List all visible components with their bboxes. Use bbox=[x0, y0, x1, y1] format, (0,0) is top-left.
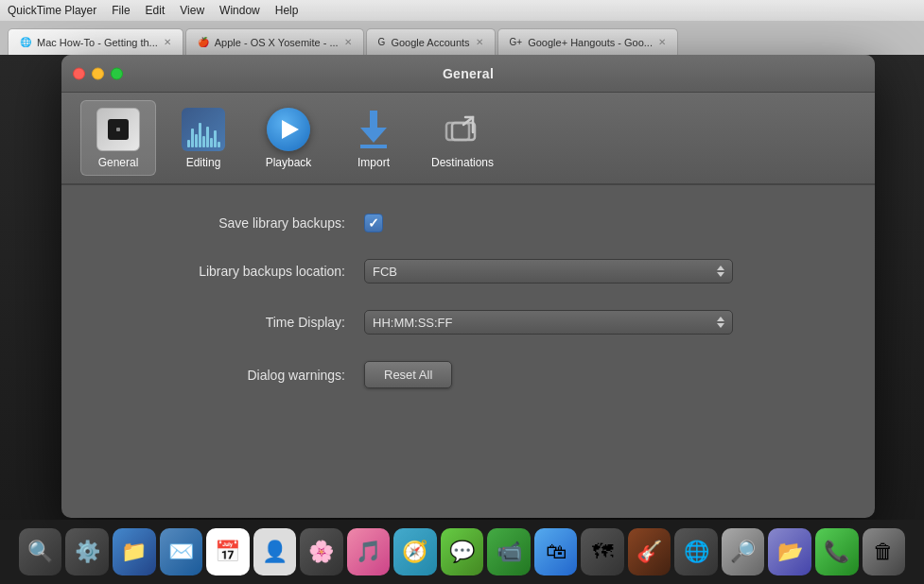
dock-icon-finder[interactable]: 🔍 bbox=[19, 528, 62, 575]
dock-icon-spotlight[interactable]: 🔎 bbox=[722, 528, 765, 575]
backups-location-label: Library backups location: bbox=[118, 264, 345, 279]
traffic-lights bbox=[73, 67, 123, 79]
time-arrow-up-icon bbox=[717, 317, 724, 321]
destinations-icon-container bbox=[440, 107, 485, 152]
dock-icon-trash[interactable]: 🗑 bbox=[863, 528, 906, 575]
dock-icon-messages[interactable]: 💬 bbox=[441, 528, 484, 575]
dock-icon-system-prefs[interactable]: ⚙️ bbox=[65, 528, 109, 575]
toolbar-item-general[interactable]: General bbox=[80, 100, 156, 176]
menu-item-help[interactable]: Help bbox=[275, 4, 299, 17]
dock-icon-finder2[interactable]: 📁 bbox=[113, 528, 156, 575]
browser-tab-0[interactable]: 🌐 Mac How-To - Getting th... ✕ bbox=[8, 28, 183, 55]
dock-icon-facetime[interactable]: 📹 bbox=[487, 528, 531, 575]
dock-icon-safari[interactable]: 🧭 bbox=[393, 528, 437, 575]
playback-icon bbox=[267, 108, 310, 151]
tab-close-0[interactable]: ✕ bbox=[164, 37, 171, 47]
general-icon-container bbox=[96, 107, 141, 152]
toolbar-label-destinations: Destinations bbox=[431, 156, 494, 169]
toolbar-item-import[interactable]: Import bbox=[336, 100, 411, 176]
arrow-down-icon bbox=[717, 272, 724, 277]
svg-rect-0 bbox=[446, 123, 469, 140]
waveform bbox=[187, 117, 220, 147]
waveform-bar bbox=[206, 127, 209, 147]
tab-close-2[interactable]: ✕ bbox=[476, 37, 483, 47]
save-backups-label: Save library backups: bbox=[118, 215, 345, 231]
play-triangle-icon bbox=[282, 120, 299, 139]
waveform-bar bbox=[195, 134, 198, 147]
waveform-bar bbox=[210, 138, 213, 147]
toolbar-item-editing[interactable]: Editing bbox=[166, 100, 241, 176]
maximize-button[interactable] bbox=[111, 67, 123, 79]
browser-tab-2[interactable]: G Google Accounts ✕ bbox=[366, 28, 496, 55]
dock-icon-phone[interactable]: 📞 bbox=[815, 528, 859, 575]
waveform-bar bbox=[187, 140, 190, 147]
waveform-bar bbox=[191, 129, 194, 147]
playback-icon-container bbox=[266, 107, 311, 152]
dock-icon-mail[interactable]: ✉️ bbox=[160, 528, 203, 575]
general-icon bbox=[96, 108, 140, 151]
save-backups-checkbox[interactable]: ✓ bbox=[364, 214, 383, 232]
toolbar-item-playback[interactable]: Playback bbox=[251, 100, 326, 176]
browser-tab-1[interactable]: 🍎 Apple - OS X Yosemite - ... ✕ bbox=[185, 28, 364, 55]
dock-icon-itunes[interactable]: 🎵 bbox=[347, 528, 391, 575]
waveform-bar bbox=[202, 136, 205, 147]
dock-icon-finder3[interactable]: 📂 bbox=[768, 528, 811, 575]
menu-item-file[interactable]: File bbox=[112, 4, 130, 17]
browser-tab-3[interactable]: G+ Google+ Hangouts - Goo... ✕ bbox=[497, 28, 678, 55]
checkmark-icon: ✓ bbox=[368, 216, 379, 230]
destinations-icon bbox=[441, 108, 484, 151]
dock-icon-appstore[interactable]: 🛍 bbox=[534, 528, 578, 575]
toolbar-label-general: General bbox=[98, 156, 139, 169]
dropdown-stepper-icon bbox=[717, 266, 724, 277]
time-display-label: Time Display: bbox=[118, 315, 345, 330]
dock-icon-calendar[interactable]: 📅 bbox=[206, 528, 250, 575]
dock-icon-photos[interactable]: 🌸 bbox=[300, 528, 343, 575]
preferences-toolbar: General bbox=[61, 93, 875, 185]
waveform-bar bbox=[214, 130, 217, 147]
title-bar: General bbox=[61, 55, 875, 93]
tab-close-3[interactable]: ✕ bbox=[658, 37, 666, 47]
import-arrow-head bbox=[360, 128, 387, 143]
preferences-window: General General bbox=[61, 55, 875, 518]
menu-bar: QuickTime Player File Edit View Window H… bbox=[0, 0, 924, 21]
window-title: General bbox=[443, 66, 494, 81]
menu-item-view[interactable]: View bbox=[180, 4, 204, 17]
general-icon-dot bbox=[116, 128, 120, 131]
time-display-dropdown[interactable]: HH:MM:SS:FF bbox=[364, 310, 733, 335]
import-arrow-base bbox=[360, 145, 387, 148]
tab-bar: 🌐 Mac How-To - Getting th... ✕ 🍎 Apple -… bbox=[0, 21, 924, 55]
backups-location-value: FCB bbox=[373, 265, 397, 279]
editing-icon-container bbox=[181, 107, 226, 152]
menu-item-edit[interactable]: Edit bbox=[146, 4, 166, 17]
tab-close-1[interactable]: ✕ bbox=[344, 37, 352, 47]
backups-location-row: Library backups location: FCB bbox=[118, 259, 818, 283]
editing-icon bbox=[182, 108, 225, 151]
import-icon bbox=[352, 108, 395, 151]
menu-item-window[interactable]: Window bbox=[219, 4, 260, 17]
dock-icon-maps[interactable]: 🗺 bbox=[581, 528, 624, 575]
toolbar-label-import: Import bbox=[357, 156, 390, 169]
close-button[interactable] bbox=[73, 67, 85, 79]
minimize-button[interactable] bbox=[92, 67, 104, 79]
toolbar-label-playback: Playback bbox=[266, 156, 312, 169]
waveform-bar bbox=[199, 123, 201, 147]
dock-icon-chrome[interactable]: 🌐 bbox=[674, 528, 718, 575]
import-arrow-shape bbox=[360, 111, 387, 148]
time-arrow-down-icon bbox=[717, 323, 724, 328]
reset-all-button[interactable]: Reset All bbox=[364, 361, 452, 388]
import-icon-container bbox=[351, 107, 396, 152]
time-display-row: Time Display: HH:MM:SS:FF bbox=[118, 310, 818, 335]
save-backups-row: Save library backups: ✓ bbox=[118, 214, 818, 232]
destinations-svg-icon bbox=[445, 112, 480, 147]
preferences-content: Save library backups: ✓ Library backups … bbox=[61, 185, 875, 417]
dialog-warnings-row: Dialog warnings: Reset All bbox=[118, 361, 818, 388]
backups-location-dropdown[interactable]: FCB bbox=[364, 259, 733, 283]
menu-item-quicktime[interactable]: QuickTime Player bbox=[8, 4, 96, 17]
arrow-up-icon bbox=[717, 266, 724, 270]
toolbar-label-editing: Editing bbox=[186, 156, 221, 169]
dock: 🔍 ⚙️ 📁 ✉️ 📅 👤 🌸 🎵 🧭 💬 📹 🛍 🗺 🎸 🌐 🔎 📂 📞 🗑 bbox=[0, 520, 924, 584]
dock-icon-garage[interactable]: 🎸 bbox=[628, 528, 671, 575]
dock-icon-contacts[interactable]: 👤 bbox=[253, 528, 297, 575]
time-dropdown-stepper-icon bbox=[717, 317, 724, 328]
toolbar-item-destinations[interactable]: Destinations bbox=[421, 100, 504, 176]
